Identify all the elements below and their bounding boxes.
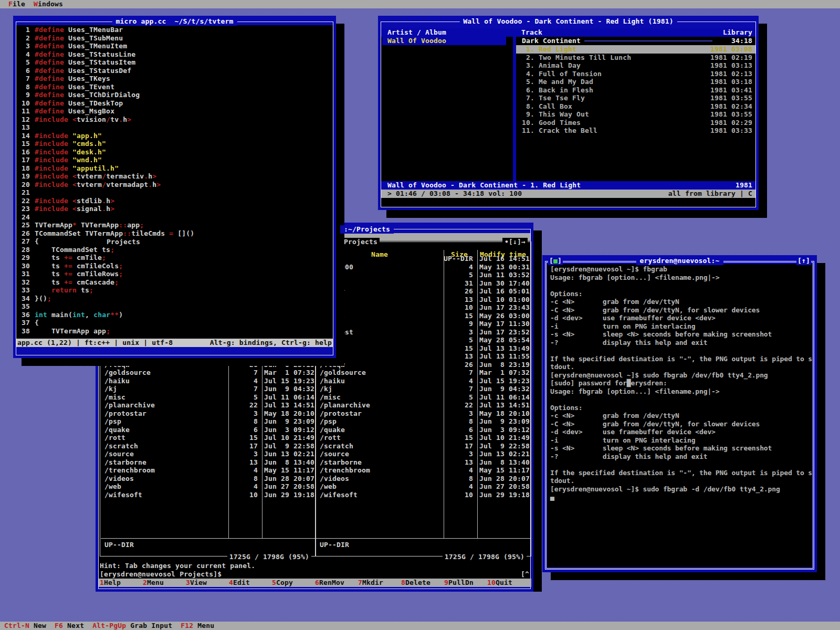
line-number: 33	[18, 286, 30, 295]
code-token: ;	[106, 327, 110, 335]
fkey-button-view[interactable]: 3View	[186, 579, 229, 587]
fm-file-row[interactable]: der9May 17 11:30	[316, 320, 531, 328]
code-token: ;	[47, 295, 51, 302]
fm-file-row[interactable]: /misc5Jul 11 06:14	[100, 393, 316, 402]
player-artist-selected-row[interactable]: Wall Of Voodoo	[382, 37, 506, 45]
fkey-button-copy[interactable]: 5Copy	[272, 579, 315, 587]
fm-file-row[interactable]: 13Jul 13 11:55	[316, 352, 531, 361]
fm-file-row[interactable]: /wifesoft10Jun 29 19:18	[316, 491, 531, 499]
fm-file-row[interactable]: /videos8Jun 28 20:07	[100, 475, 316, 483]
fm-file-row[interactable]: /haiku4Jul 15 19:23	[100, 377, 316, 385]
fm-file-row[interactable]: /web4Jun 27 20:58	[316, 482, 531, 491]
file-size: 26	[436, 361, 473, 369]
fm-file-row[interactable]: /scratch17Jul 9 22:58	[316, 442, 531, 450]
fm-file-row[interactable]: /kj7Jun 9 04:32	[316, 385, 531, 393]
fkey-button-pulldn[interactable]: 9PullDn	[444, 579, 487, 587]
fkey-button-delete[interactable]: 8Delete	[401, 579, 444, 587]
fkey-button-renmov[interactable]: 6RenMov	[315, 579, 358, 587]
fm-right-panel[interactable]: Projects •[↓]→ Name Size Modify time UP-…	[315, 242, 531, 556]
fm-file-row[interactable]: /protostar3May 18 20:10	[316, 410, 531, 418]
track-row[interactable]: 9. This Way Out1981 03:55	[516, 110, 755, 119]
close-window-button[interactable]: [■]	[548, 257, 563, 265]
file-mtime: May 15 11:17	[264, 466, 314, 475]
file-mtime: Jul 13 11:55	[479, 352, 530, 361]
fm-file-row[interactable]: /protostar3May 18 20:10	[100, 410, 316, 418]
fm-file-row[interactable]: /goldsource7Mar 1 07:32	[100, 369, 316, 377]
fm-file-row[interactable]: /web4Jun 27 20:58	[100, 482, 316, 491]
fm-file-row[interactable]: og15Jul 13 13:49	[316, 344, 531, 353]
fm-file-row[interactable]: draw13Jul 10 01:00	[316, 296, 531, 304]
file-name: /kj	[320, 385, 332, 393]
player-window[interactable]: Wall of Voodoo - Dark Continent - Red Li…	[378, 16, 759, 210]
fm-file-row[interactable]: /source3Jun 13 02:21	[316, 450, 531, 458]
track-row[interactable]: 2. Two Minutes Till Lunch1981 02:19	[516, 54, 755, 62]
fm-window-title[interactable]: :~/Projects	[340, 225, 394, 234]
line-number: 26	[18, 229, 30, 238]
fm-file-row[interactable]: legs15May 26 03:00	[316, 312, 531, 320]
fm-file-row[interactable]: /quake6Jun 3 09:12	[100, 426, 316, 434]
track-row[interactable]: 5. Me and My Dad1981 03:18	[516, 78, 755, 86]
track-row[interactable]: 3. Animal Day1981 03:13	[516, 61, 755, 70]
fm-file-row[interactable]: /kj7Jun 9 04:32	[100, 385, 316, 393]
fm-file-row[interactable]: /starborne13Jun 8 13:40	[316, 458, 531, 467]
fkey-button-quit[interactable]: 10Quit	[487, 579, 530, 587]
player-window-title[interactable]: Wall of Voodoo - Dark Continent - Red Li…	[459, 17, 677, 26]
fm-file-row[interactable]: /quake6Jun 3 09:12	[316, 426, 531, 434]
fm-file-row[interactable]: /rott15Jul 10 21:49	[100, 434, 316, 442]
player-album-row[interactable]: Dark Continent 34:18	[516, 37, 755, 45]
track-row[interactable]: 10. Good Times1981 02:29	[516, 119, 755, 127]
text-segment: Grab Input	[126, 622, 181, 629]
fm-file-row[interactable]: 31Jun 30 17:40	[316, 279, 531, 288]
file-size: 8	[221, 475, 258, 483]
track-row[interactable]: 11. Crack the Bell1981 03:33	[516, 127, 755, 135]
fkey-number: 8	[401, 579, 405, 586]
fm-file-row[interactable]: mixer26Jul 16 05:01	[316, 287, 531, 296]
track-row[interactable]: 6. Back in Flesh1981 03:41	[516, 86, 755, 94]
editor-line: 9#define Uses_TChDirDialog	[18, 91, 140, 99]
maximize-window-button[interactable]: [↑]	[796, 257, 811, 265]
fm-file-row[interactable]: /planarchive22Jul 13 14:51	[100, 401, 316, 410]
fm-file-row[interactable]: /psp8Jun 9 23:09	[100, 417, 316, 426]
menu-items[interactable]: File Windows	[8, 0, 63, 8]
editor-window-title[interactable]: micro app.cc ~/S/t/s/tvterm	[112, 17, 237, 26]
track-title: 8. Call Box	[522, 102, 572, 111]
fm-file-row[interactable]: /fteqw26Jun 8 23:19	[316, 361, 531, 369]
fkey-button-help[interactable]: 1Help	[100, 579, 143, 587]
fm-file-row[interactable]: /videos8Jun 28 20:07	[316, 475, 531, 483]
fm-file-row[interactable]: /goldsource7Mar 1 07:32	[316, 369, 531, 377]
track-row-selected[interactable]: 1. Red Light1981 03:08	[516, 45, 755, 54]
fm-command-prompt[interactable]: [erysdren@nuevosol Projects]$	[100, 570, 222, 579]
fm-file-row[interactable]: er5May 28 05:54	[316, 336, 531, 344]
fkey-button-menu[interactable]: 2Menu	[143, 579, 186, 587]
fm-file-row[interactable]: UP--DIRJul 16 14:51	[316, 255, 531, 263]
fm-file-row[interactable]: /planarchive22Jul 13 14:51	[316, 401, 531, 410]
fm-file-row[interactable]: /trenchbroom4May 15 11:17	[100, 466, 316, 475]
fm-file-row[interactable]: /rott15Jul 10 21:49	[316, 434, 531, 442]
fm-file-row[interactable]: /scratch17Jul 9 22:58	[100, 442, 316, 450]
fm-file-row[interactable]: /psp8Jun 9 23:09	[316, 417, 531, 426]
fm-file-row[interactable]: /source3Jun 13 02:21	[100, 450, 316, 458]
terminal-window-title[interactable]: erysdren@nuevosol:~	[636, 257, 723, 265]
fm-file-row[interactable]: /misc5Jul 11 06:14	[316, 393, 531, 402]
fm-file-row[interactable]: ax5Jun 11 03:52	[316, 271, 531, 279]
track-row[interactable]: 4. Full of Tension1981 02:13	[516, 70, 755, 78]
fm-right-panel-sort-badge[interactable]: •[↓]→	[502, 238, 528, 246]
track-row[interactable]: 8. Call Box1981 02:34	[516, 102, 755, 111]
fm-file-row[interactable]: der10Jun 17 23:43	[316, 303, 531, 312]
fm-file-row[interactable]: harvest3Jun 17 23:52	[316, 328, 531, 337]
fm-file-row[interactable]: /starborne13Jun 8 13:40	[100, 458, 316, 467]
fm-history-button[interactable]: [^	[521, 570, 529, 579]
fm-file-row[interactable]: /trenchbroom4May 15 11:17	[316, 466, 531, 475]
track-row[interactable]: 7. Tse Tse Fly1981 03:55	[516, 94, 755, 102]
fm-file-row[interactable]: /haiku4Jul 15 19:23	[316, 377, 531, 385]
fm-file-row[interactable]: /wifesoft10Jun 29 19:18	[100, 491, 316, 499]
editor-window[interactable]: micro app.cc ~/S/t/s/tvterm 1#define Use…	[13, 16, 336, 358]
terminal-window[interactable]: erysdren@nuevosol:~ [■] [↑] [erysdren@nu…	[542, 255, 817, 572]
track-year-duration: 1981 03:33	[710, 127, 752, 135]
terminal-content[interactable]: [erysdren@nuevosol ~]$ fbgrab Usage: fbg…	[547, 264, 812, 568]
statusbar-shortcuts[interactable]: Ctrl-N New F6 Next Alt-PgUp Grab Input F…	[4, 622, 214, 630]
editor-content[interactable]: 1#define Uses_TMenuBar 2#define Uses_TSu…	[16, 25, 333, 339]
fkey-button-mkdir[interactable]: 7Mkdir	[358, 579, 401, 587]
fm-file-row[interactable]: sh-10004May 13 00:31	[316, 263, 531, 271]
fkey-button-edit[interactable]: 4Edit	[229, 579, 272, 587]
